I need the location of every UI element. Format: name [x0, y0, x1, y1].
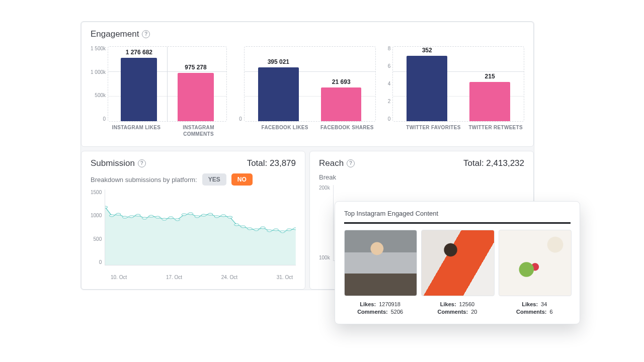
y-tick: 2	[388, 99, 391, 104]
help-icon[interactable]: ?	[138, 159, 146, 167]
content-thumbnail[interactable]	[344, 230, 417, 296]
engagement-title-text: Engagement	[91, 29, 139, 39]
breakdown-label: Breakdown submissions by platform:	[91, 176, 197, 184]
svg-point-12	[182, 214, 187, 216]
svg-point-15	[201, 214, 206, 216]
bar	[321, 87, 361, 121]
bar	[178, 73, 214, 121]
svg-point-4	[129, 216, 134, 218]
x-tick: 24. Oct	[221, 275, 237, 280]
comments-value: 5206	[391, 309, 403, 315]
bar	[469, 82, 510, 121]
x-label: TWITTER FAVORITES	[405, 125, 462, 131]
x-label: TWITTER RETWEETS	[467, 125, 524, 131]
content-thumbnail[interactable]	[499, 230, 572, 296]
breakdown-yes-button[interactable]: YES	[202, 173, 226, 186]
svg-point-23	[254, 229, 259, 231]
svg-point-17	[214, 216, 219, 218]
x-tick: 17. Oct	[166, 275, 182, 280]
svg-point-16	[208, 213, 213, 215]
submission-total: Total: 23,879	[247, 158, 296, 168]
svg-point-9	[162, 218, 167, 220]
bar-value-label: 352	[422, 47, 432, 54]
svg-point-25	[267, 230, 272, 232]
y-tick: 1 500k	[91, 46, 106, 51]
bar-value-label: 1 276 682	[126, 49, 152, 56]
engagement-card: Engagement ? 1 500k1 000k500k01 276 6829…	[81, 22, 534, 147]
x-label: INSTAGRAM COMMENTS	[170, 125, 227, 137]
svg-point-5	[136, 214, 141, 216]
y-tick: 500	[94, 236, 102, 242]
help-icon[interactable]: ?	[347, 159, 355, 167]
bar-value-label: 215	[485, 73, 495, 80]
likes-key: Likes:	[360, 301, 376, 307]
svg-point-10	[169, 217, 174, 219]
x-tick: 31. Oct	[277, 275, 293, 280]
y-tick: 1 000k	[91, 70, 106, 75]
likes-value: 12560	[459, 301, 475, 307]
content-thumbnail[interactable]	[421, 230, 494, 296]
likes-value: 34	[541, 301, 547, 307]
submission-card: Submission ? Total: 23,879 Breakdown sub…	[81, 151, 305, 290]
help-icon[interactable]: ?	[142, 30, 150, 38]
y-tick: 0	[103, 117, 106, 122]
svg-point-27	[280, 231, 285, 233]
y-tick: 100k	[319, 255, 330, 260]
x-label: FACEBOOK SHARES	[318, 125, 376, 131]
engagement-mini-chart: 0395 02121 693FACEBOOK LIKESFACEBOOK SHA…	[239, 46, 375, 137]
submission-chart: 150010005000 10. Oct17. Oct24. Oct31. Oc…	[91, 190, 296, 280]
comments-value: 6	[550, 309, 553, 315]
x-label: INSTAGRAM LIKES	[108, 125, 165, 137]
svg-point-20	[234, 224, 239, 226]
engagement-title: Engagement ?	[91, 29, 150, 39]
top-content-title: Top Instagram Engaged Content	[344, 210, 571, 224]
svg-point-2	[116, 213, 121, 215]
content-tile[interactable]: Likes:1270918Comments:5206	[344, 230, 416, 315]
bar-value-label: 395 021	[268, 58, 289, 65]
svg-point-3	[123, 216, 128, 218]
x-tick: 10. Oct	[111, 275, 127, 280]
svg-point-14	[195, 216, 200, 218]
svg-point-6	[142, 217, 147, 219]
y-tick: 0	[239, 117, 242, 122]
svg-point-18	[221, 215, 226, 217]
reach-breakdown-label: Break	[319, 173, 336, 181]
y-tick: 8	[388, 46, 391, 51]
svg-point-22	[248, 228, 253, 230]
y-tick: 0	[99, 259, 102, 265]
content-tile[interactable]: Likes:34Comments:6	[499, 230, 571, 315]
breakdown-no-button[interactable]: NO	[231, 173, 253, 186]
content-stats: Likes:1270918Comments:5206	[344, 301, 416, 315]
bar	[258, 67, 298, 121]
svg-point-26	[274, 229, 279, 231]
bar	[121, 58, 157, 121]
top-content-card: Top Instagram Engaged Content Likes:1270…	[335, 201, 580, 324]
content-stats: Likes:34Comments:6	[499, 301, 571, 315]
content-tile[interactable]: Likes:12560Comments:20	[421, 230, 493, 315]
content-stats: Likes:12560Comments:20	[421, 301, 493, 315]
svg-point-28	[287, 229, 292, 231]
y-tick: 4	[388, 81, 391, 86]
y-tick: 1500	[91, 190, 102, 195]
y-tick: 500k	[95, 93, 106, 98]
svg-point-29	[293, 228, 296, 230]
reach-title: Reach	[319, 158, 344, 168]
svg-point-24	[261, 227, 266, 229]
reach-total: Total: 2,413,232	[463, 158, 524, 168]
svg-point-7	[149, 215, 154, 217]
submission-title: Submission	[91, 158, 135, 168]
svg-point-21	[241, 226, 246, 228]
y-tick: 200k	[319, 185, 330, 191]
likes-value: 1270918	[379, 301, 400, 307]
y-tick: 0	[388, 117, 391, 122]
x-label: FACEBOOK LIKES	[256, 125, 313, 131]
svg-point-0	[105, 206, 108, 208]
svg-point-11	[175, 219, 180, 221]
likes-key: Likes:	[522, 301, 538, 307]
svg-point-1	[109, 215, 114, 217]
bar-value-label: 975 278	[185, 64, 206, 71]
comments-key: Comments:	[516, 309, 547, 315]
engagement-mini-chart: 86420352215TWITTER FAVORITESTWITTER RETW…	[388, 46, 524, 137]
likes-key: Likes:	[440, 301, 456, 307]
svg-point-13	[188, 213, 193, 215]
